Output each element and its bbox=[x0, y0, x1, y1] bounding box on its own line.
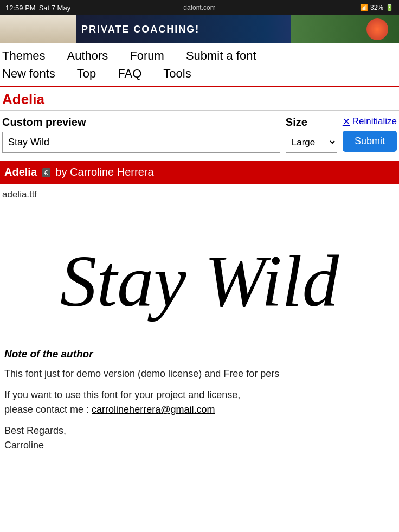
page-title-section: Adelia bbox=[0, 87, 399, 111]
preview-text-svg: Stay Wild bbox=[60, 241, 339, 322]
status-domain: dafont.com bbox=[183, 4, 215, 11]
font-preview-area: Stay Wild bbox=[0, 202, 399, 339]
font-filename: adelia.ttf bbox=[0, 184, 399, 202]
close-icon: ✕ bbox=[343, 116, 350, 127]
nav-faq[interactable]: FAQ bbox=[118, 66, 141, 82]
reinitialize-label: Reinitialize bbox=[352, 116, 397, 127]
reinitialize-button[interactable]: ✕ Reinitialize bbox=[343, 116, 397, 127]
author-note-para-3: Best Regards, Carroline bbox=[4, 424, 395, 453]
font-info-bar: Adelia € by Carroline Herrera bbox=[0, 161, 399, 184]
submit-button[interactable]: Submit bbox=[343, 131, 397, 152]
ad-banner[interactable]: PRIVATE COACHING! bbox=[0, 15, 399, 43]
banner-circle-decoration bbox=[366, 18, 388, 40]
banner-right-section bbox=[291, 15, 399, 43]
nav-row-2: New fonts Top FAQ Tools bbox=[2, 66, 397, 82]
font-author: by Carroline Herrera bbox=[55, 166, 153, 178]
author-signature: Carroline bbox=[4, 440, 44, 451]
nav-authors[interactable]: Authors bbox=[67, 48, 108, 65]
nav-row-1: Themes Authors Forum Submit a font bbox=[2, 48, 397, 65]
nav-forum[interactable]: Forum bbox=[130, 48, 164, 65]
banner-left-section bbox=[0, 15, 76, 43]
author-email-link[interactable]: carrolineherrera@gmail.com bbox=[92, 404, 215, 415]
nav-new-fonts[interactable]: New fonts bbox=[2, 66, 55, 82]
reinit-submit-group: ✕ Reinitialize Submit bbox=[343, 116, 397, 152]
preview-input-group: Custom preview bbox=[2, 116, 280, 153]
font-preview-svg: Stay Wild bbox=[2, 204, 397, 329]
custom-preview-section: Custom preview Size Large Small Medium X… bbox=[0, 111, 399, 158]
status-time: 12:59 PM bbox=[5, 4, 36, 12]
preview-input[interactable] bbox=[2, 132, 280, 153]
status-date: Sat 7 May bbox=[39, 4, 71, 12]
author-note-section: Note of the author This font just for de… bbox=[0, 339, 399, 468]
wifi-icon: 📶 bbox=[360, 4, 368, 11]
status-time-date: 12:59 PM Sat 7 May bbox=[5, 4, 70, 12]
banner-text: PRIVATE COACHING! bbox=[81, 24, 200, 35]
size-select[interactable]: Large Small Medium X-Large bbox=[286, 132, 337, 153]
size-group: Size Large Small Medium X-Large bbox=[286, 116, 337, 153]
font-name: Adelia bbox=[4, 166, 37, 178]
euro-badge: € bbox=[42, 168, 50, 177]
preview-controls: Custom preview Size Large Small Medium X… bbox=[2, 116, 397, 153]
size-label: Size bbox=[286, 116, 337, 129]
nav-themes[interactable]: Themes bbox=[2, 48, 45, 65]
nav-tools[interactable]: Tools bbox=[163, 66, 191, 82]
nav-submit[interactable]: Submit a font bbox=[186, 48, 256, 65]
author-note-para-2: If you want to use this font for your pr… bbox=[4, 388, 395, 417]
nav-top[interactable]: Top bbox=[77, 66, 96, 82]
author-note-title: Note of the author bbox=[4, 348, 395, 360]
battery-icon: 🔋 bbox=[385, 4, 394, 11]
status-indicators: 📶 32% 🔋 bbox=[360, 4, 394, 11]
author-note-para-1: This font just for demo version (demo li… bbox=[4, 367, 395, 381]
main-navigation: Themes Authors Forum Submit a font New f… bbox=[0, 43, 399, 87]
battery-level: 32% bbox=[370, 4, 383, 11]
status-bar: 12:59 PM Sat 7 May dafont.com 📶 32% 🔋 bbox=[0, 0, 399, 15]
page-title: Adelia bbox=[2, 91, 397, 108]
preview-label: Custom preview bbox=[2, 116, 280, 129]
